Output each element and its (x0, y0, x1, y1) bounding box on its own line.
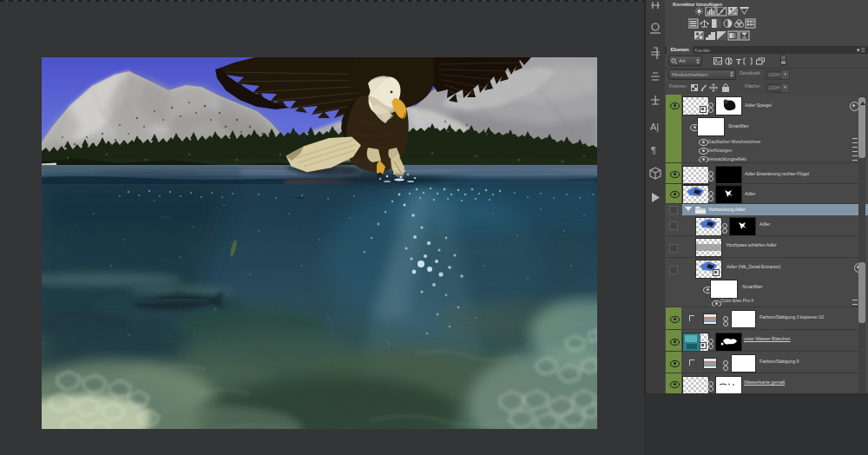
svg-text:T: T (736, 56, 741, 66)
svg-text:¶: ¶ (651, 145, 656, 155)
svg-text:A|: A| (650, 122, 659, 132)
